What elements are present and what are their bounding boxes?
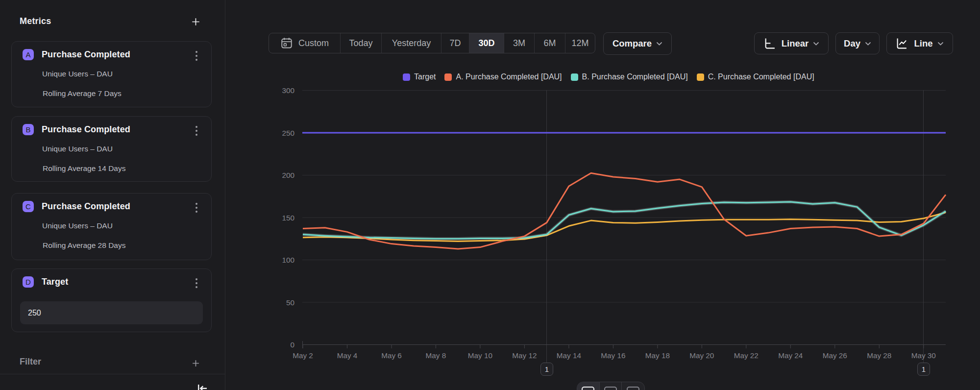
svg-text:100: 100 — [282, 256, 294, 264]
svg-text:May 30: May 30 — [911, 351, 936, 360]
svg-text:May 20: May 20 — [689, 351, 714, 360]
svg-text:May 12: May 12 — [512, 351, 537, 360]
svg-text:May 26: May 26 — [823, 351, 847, 360]
svg-text:150: 150 — [282, 214, 294, 222]
svg-text:May 22: May 22 — [734, 351, 759, 360]
svg-text:300: 300 — [282, 86, 294, 95]
svg-text:May 8: May 8 — [426, 351, 446, 360]
svg-text:May 14: May 14 — [557, 351, 582, 360]
svg-text:0: 0 — [290, 341, 294, 349]
svg-text:May 16: May 16 — [601, 351, 625, 360]
svg-text:May 28: May 28 — [867, 351, 891, 360]
svg-text:200: 200 — [282, 171, 294, 179]
svg-text:May 4: May 4 — [337, 351, 358, 360]
svg-text:250: 250 — [282, 129, 294, 137]
svg-text:May 24: May 24 — [778, 351, 803, 360]
svg-text:May 10: May 10 — [468, 351, 492, 360]
svg-text:May 2: May 2 — [293, 351, 313, 360]
svg-text:May 18: May 18 — [645, 351, 670, 360]
svg-text:50: 50 — [286, 298, 294, 307]
svg-text:May 6: May 6 — [381, 351, 402, 360]
